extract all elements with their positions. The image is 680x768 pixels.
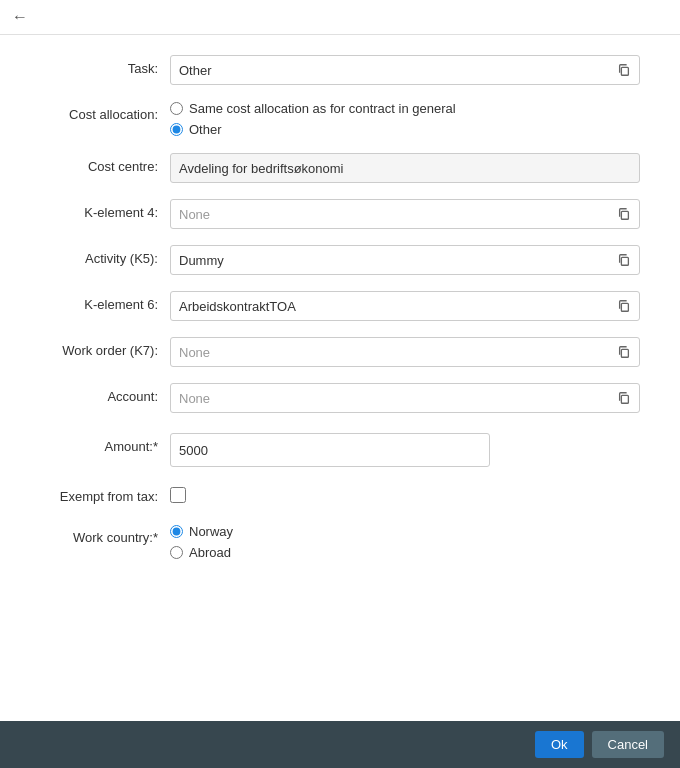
account-input[interactable] — [179, 391, 617, 406]
work-order-row: Work order (K7): — [40, 337, 640, 367]
activity-row: Activity (K5): — [40, 245, 640, 275]
cost-allocation-option1-label: Same cost allocation as for contract in … — [189, 101, 456, 116]
account-row: Account: — [40, 383, 640, 413]
work-country-label: Work country: — [40, 524, 170, 545]
activity-field[interactable] — [170, 245, 640, 275]
amount-field-wrap — [170, 433, 640, 467]
cost-allocation-radio2[interactable] — [170, 123, 183, 136]
form-content: Task: Cost allocation: Same cost allocat… — [0, 35, 680, 721]
activity-label: Activity (K5): — [40, 245, 170, 266]
svg-rect-5 — [621, 395, 628, 403]
k-element4-label: K-element 4: — [40, 199, 170, 220]
work-order-field-wrap — [170, 337, 640, 367]
work-country-abroad[interactable]: Abroad — [170, 545, 640, 560]
copy-icon — [617, 207, 631, 221]
k-element6-field[interactable] — [170, 291, 640, 321]
cost-allocation-options: Same cost allocation as for contract in … — [170, 101, 640, 137]
k-element4-row: K-element 4: — [40, 199, 640, 229]
cost-centre-value: Avdeling for bedriftsøkonomi — [179, 161, 344, 176]
task-label: Task: — [40, 55, 170, 76]
cancel-button[interactable]: Cancel — [592, 731, 664, 758]
exempt-checkbox-wrap[interactable] — [170, 483, 640, 503]
copy-icon — [617, 391, 631, 405]
k-element6-row: K-element 6: — [40, 291, 640, 321]
exempt-row: Exempt from tax: — [40, 483, 640, 504]
svg-rect-2 — [621, 257, 628, 265]
k-element6-field-wrap — [170, 291, 640, 321]
task-input[interactable] — [179, 63, 617, 78]
activity-field-wrap — [170, 245, 640, 275]
work-order-field[interactable] — [170, 337, 640, 367]
amount-row: Amount: — [40, 433, 640, 467]
account-field-wrap — [170, 383, 640, 413]
work-country-options: Norway Abroad — [170, 524, 640, 560]
back-button[interactable]: ← — [12, 8, 28, 26]
account-label: Account: — [40, 383, 170, 404]
activity-input[interactable] — [179, 253, 617, 268]
cost-centre-field: Avdeling for bedriftsøkonomi — [170, 153, 640, 183]
k-element6-copy-button[interactable] — [617, 299, 631, 313]
copy-icon — [617, 63, 631, 77]
svg-rect-4 — [621, 349, 628, 357]
exempt-label: Exempt from tax: — [40, 483, 170, 504]
task-row: Task: — [40, 55, 640, 85]
k-element6-label: K-element 6: — [40, 291, 170, 312]
exempt-field-wrap — [170, 483, 640, 503]
copy-icon — [617, 253, 631, 267]
work-country-radio-norway[interactable] — [170, 525, 183, 538]
copy-icon — [617, 345, 631, 359]
cost-allocation-option2[interactable]: Other — [170, 122, 640, 137]
task-copy-button[interactable] — [617, 63, 631, 77]
k-element4-field[interactable] — [170, 199, 640, 229]
k-element4-field-wrap — [170, 199, 640, 229]
work-country-abroad-label: Abroad — [189, 545, 231, 560]
k-element6-input[interactable] — [179, 299, 617, 314]
cost-centre-field-wrap: Avdeling for bedriftsøkonomi — [170, 153, 640, 183]
cost-centre-row: Cost centre: Avdeling for bedriftsøkonom… — [40, 153, 640, 183]
activity-copy-button[interactable] — [617, 253, 631, 267]
cost-allocation-option1[interactable]: Same cost allocation as for contract in … — [170, 101, 640, 116]
amount-label: Amount: — [40, 433, 170, 454]
amount-input[interactable] — [170, 433, 490, 467]
cost-allocation-radio1[interactable] — [170, 102, 183, 115]
k-element4-copy-button[interactable] — [617, 207, 631, 221]
work-country-norway[interactable]: Norway — [170, 524, 640, 539]
cost-allocation-option2-label: Other — [189, 122, 222, 137]
ok-button[interactable]: Ok — [535, 731, 584, 758]
account-copy-button[interactable] — [617, 391, 631, 405]
k-element4-input[interactable] — [179, 207, 617, 222]
copy-icon — [617, 299, 631, 313]
task-field[interactable] — [170, 55, 640, 85]
work-order-label: Work order (K7): — [40, 337, 170, 358]
work-country-radio-abroad[interactable] — [170, 546, 183, 559]
cost-allocation-label: Cost allocation: — [40, 101, 170, 122]
exempt-checkbox[interactable] — [170, 487, 186, 503]
work-order-input[interactable] — [179, 345, 617, 360]
svg-rect-1 — [621, 211, 628, 219]
work-order-copy-button[interactable] — [617, 345, 631, 359]
footer: Ok Cancel — [0, 721, 680, 768]
task-field-wrap — [170, 55, 640, 85]
cost-allocation-row: Cost allocation: Same cost allocation as… — [40, 101, 640, 137]
work-country-row: Work country: Norway Abroad — [40, 524, 640, 560]
account-field[interactable] — [170, 383, 640, 413]
work-country-norway-label: Norway — [189, 524, 233, 539]
cost-centre-label: Cost centre: — [40, 153, 170, 174]
svg-rect-0 — [621, 67, 628, 75]
top-bar: ← — [0, 0, 680, 35]
svg-rect-3 — [621, 303, 628, 311]
